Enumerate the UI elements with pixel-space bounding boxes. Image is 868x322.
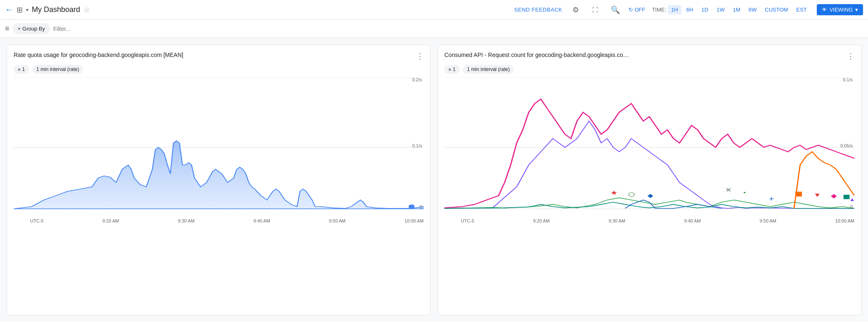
viewing-button[interactable]: 👁 VIEWING ▾ bbox=[817, 4, 863, 15]
group-by-label: Group By bbox=[22, 26, 45, 32]
svg-marker-3 bbox=[14, 141, 424, 209]
chart1-svg bbox=[14, 77, 424, 218]
time-1w-button[interactable]: 1W bbox=[713, 5, 728, 14]
chart1-area: 0.2/s 0.1/s 0 bbox=[14, 77, 424, 218]
chart2-interval-pill[interactable]: 1 min interval (rate) bbox=[463, 65, 514, 74]
main-content: Rate quota usage for geocoding-backend.g… bbox=[0, 38, 868, 322]
timezone-button[interactable]: EST bbox=[793, 5, 810, 14]
viewing-dropdown-icon: ▾ bbox=[855, 7, 858, 13]
auto-refresh[interactable]: ↻ OFF bbox=[628, 7, 645, 13]
send-feedback-button[interactable]: SEND FEEDBACK bbox=[514, 7, 562, 13]
time-6w-button[interactable]: 6W bbox=[745, 5, 760, 14]
search-icon[interactable]: 🔍 bbox=[609, 3, 622, 17]
eye-icon: 👁 bbox=[822, 7, 827, 13]
time-section: TIME: 1H 6H 1D 1W 1M 6W CUSTOM EST bbox=[652, 5, 810, 14]
chart1-x-labels: UTC-5 9:20 AM 9:30 AM 9:40 AM 9:50 AM 10… bbox=[14, 218, 424, 223]
time-6h-button[interactable]: 6H bbox=[683, 5, 697, 14]
svg-text:▲: ▲ bbox=[849, 197, 854, 202]
refresh-icon: ↻ bbox=[628, 7, 633, 13]
svg-rect-14 bbox=[795, 192, 802, 197]
chart2-pills: ≡ 1 1 min interval (rate) bbox=[444, 65, 854, 74]
dashboard-icon[interactable]: ⊞ bbox=[17, 5, 23, 14]
chart2-filter-pill[interactable]: ≡ 1 bbox=[444, 65, 460, 74]
chart1-pills: ≡ 1 1 min interval (rate) bbox=[14, 65, 424, 74]
chart2-area: 0.1/s 0.05/s 0 bbox=[444, 77, 854, 218]
star-icon[interactable]: ☆ bbox=[83, 5, 90, 14]
viewing-label: VIEWING bbox=[830, 7, 853, 13]
chart2-svg: ★ ⬡ ◆ ✕ ▪ + ▼ ◆ ▲ bbox=[444, 77, 854, 218]
chart2-x-2: 9:30 AM bbox=[609, 218, 625, 223]
chart1-x-0: UTC-5 bbox=[30, 218, 43, 223]
svg-text:◆: ◆ bbox=[647, 192, 653, 198]
svg-text:◆: ◆ bbox=[831, 193, 837, 199]
chart2-x-1: 9:20 AM bbox=[533, 218, 550, 223]
chart1-filter-pill[interactable]: ≡ 1 bbox=[14, 65, 29, 74]
plus-icon: + bbox=[18, 26, 21, 32]
chart1-interval-pill[interactable]: 1 min interval (rate) bbox=[32, 65, 83, 74]
svg-text:✕: ✕ bbox=[725, 187, 732, 194]
chart2-more-button[interactable]: ⋮ bbox=[847, 52, 854, 61]
chart2-y-bot: 0 bbox=[850, 204, 853, 209]
header: ← ⊞ ▾ My Dashboard ☆ SEND FEEDBACK ⚙ ⛶ 🔍… bbox=[0, 0, 868, 20]
svg-point-4 bbox=[408, 204, 415, 209]
chart2-x-3: 9:40 AM bbox=[684, 218, 701, 223]
chart1-x-2: 9:30 AM bbox=[178, 218, 194, 223]
svg-text:+: + bbox=[769, 195, 774, 202]
chart1-pill2-label: 1 min interval (rate) bbox=[36, 66, 79, 72]
chart2-x-0: UTC-5 bbox=[461, 218, 474, 223]
chart2-title: Consumed API - Request count for geocodi… bbox=[444, 52, 629, 58]
back-button[interactable]: ← bbox=[5, 5, 13, 14]
time-label: TIME: bbox=[652, 7, 666, 13]
chart1-more-button[interactable]: ⋮ bbox=[416, 52, 424, 61]
toolbar: ≡ + Group By bbox=[0, 20, 868, 38]
chart2-pill2-label: 1 min interval (rate) bbox=[467, 66, 510, 72]
chart-card-2: Consumed API - Request count for geocodi… bbox=[437, 45, 861, 315]
time-custom-button[interactable]: CUSTOM bbox=[761, 5, 791, 14]
refresh-label: OFF bbox=[635, 7, 645, 13]
filter-icon-2: ≡ bbox=[448, 67, 451, 72]
filter-input[interactable] bbox=[53, 26, 863, 32]
svg-text:★: ★ bbox=[610, 189, 618, 196]
filter-icon: ≡ bbox=[18, 67, 20, 72]
chart2-y-top: 0.1/s bbox=[843, 77, 853, 82]
chart-card-1: Rate quota usage for geocoding-backend.g… bbox=[7, 45, 431, 315]
chart2-y-mid: 0.05/s bbox=[840, 143, 853, 148]
menu-icon[interactable]: ≡ bbox=[5, 24, 9, 33]
time-1m-button[interactable]: 1M bbox=[730, 5, 744, 14]
chart1-title: Rate quota usage for geocoding-backend.g… bbox=[14, 52, 183, 58]
dropdown-arrow-icon[interactable]: ▾ bbox=[26, 7, 28, 13]
chart1-y-bot: 0 bbox=[420, 204, 422, 209]
chart1-x-1: 9:20 AM bbox=[102, 218, 119, 223]
chart1-y-top: 0.2/s bbox=[412, 77, 422, 82]
fullscreen-icon[interactable]: ⛶ bbox=[589, 3, 602, 17]
chart2-x-5: 10:00 AM bbox=[835, 218, 854, 223]
chart2-header: Consumed API - Request count for geocodi… bbox=[444, 52, 854, 62]
page-title: My Dashboard bbox=[32, 5, 80, 14]
time-1h-button[interactable]: 1H bbox=[668, 5, 681, 14]
header-left: ← ⊞ ▾ My Dashboard ☆ bbox=[5, 5, 511, 14]
svg-text:⬡: ⬡ bbox=[628, 192, 635, 198]
group-by-button[interactable]: + Group By bbox=[13, 23, 50, 34]
chart2-x-4: 9:50 AM bbox=[760, 218, 776, 223]
chart1-x-4: 9:50 AM bbox=[329, 218, 346, 223]
chart1-y-mid: 0.1/s bbox=[412, 143, 422, 148]
chart1-pill1-label: 1 bbox=[22, 66, 25, 72]
svg-text:▪: ▪ bbox=[743, 189, 746, 195]
chart2-x-labels: UTC-5 9:20 AM 9:30 AM 9:40 AM 9:50 AM 10… bbox=[444, 218, 854, 223]
settings-icon[interactable]: ⚙ bbox=[569, 3, 582, 17]
chart1-header: Rate quota usage for geocoding-backend.g… bbox=[14, 52, 424, 62]
chart1-x-3: 9:40 AM bbox=[254, 218, 270, 223]
header-center: SEND FEEDBACK ⚙ ⛶ 🔍 ↻ OFF TIME: 1H 6H 1D… bbox=[514, 3, 863, 17]
chart2-pill1-label: 1 bbox=[453, 66, 455, 72]
chart1-x-5: 10:00 AM bbox=[404, 218, 423, 223]
svg-text:▼: ▼ bbox=[813, 192, 821, 199]
time-1d-button[interactable]: 1D bbox=[698, 5, 712, 14]
